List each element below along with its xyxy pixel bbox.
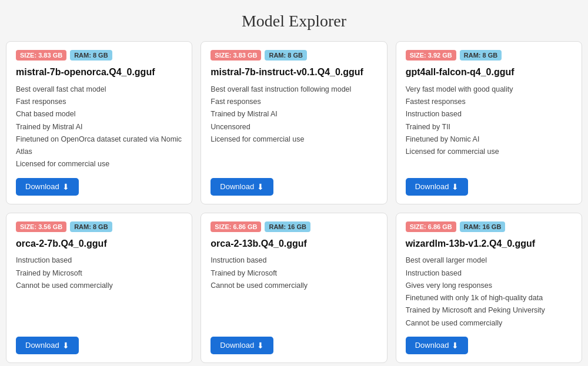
model-description: Very fast model with good qualityFastest… <box>406 83 572 171</box>
model-description: Best overall larger modelInstruction bas… <box>406 254 572 330</box>
download-button[interactable]: Download ⬇ <box>211 178 273 196</box>
model-name: mistral-7b-openorca.Q4_0.gguf <box>16 66 182 79</box>
download-button[interactable]: Download ⬇ <box>16 178 79 196</box>
ram-badge: RAM: 8 GB <box>70 50 112 61</box>
model-name: gpt4all-falcon-q4_0.gguf <box>406 66 572 79</box>
ram-badge: RAM: 8 GB <box>70 221 112 232</box>
page-title: Model Explorer <box>6 12 582 31</box>
model-card: SIZE: 6.86 GBRAM: 16 GBwizardlm-13b-v1.2… <box>396 213 582 363</box>
ram-badge: RAM: 16 GB <box>460 221 506 232</box>
model-description: Instruction basedTrained by MicrosoftCan… <box>211 254 377 330</box>
model-description: Best overall fast chat modelFast respons… <box>16 83 182 171</box>
model-description: Best overall fast instruction following … <box>211 83 377 171</box>
model-card: SIZE: 3.92 GBRAM: 8 GBgpt4all-falcon-q4_… <box>396 41 582 204</box>
model-name: mistral-7b-instruct-v0.1.Q4_0.gguf <box>211 66 377 79</box>
badge-group: SIZE: 3.92 GBRAM: 8 GB <box>406 50 572 61</box>
size-badge: SIZE: 3.83 GB <box>211 50 261 61</box>
model-name: wizardlm-13b-v1.2.Q4_0.gguf <box>406 238 572 250</box>
size-badge: SIZE: 6.86 GB <box>211 221 261 232</box>
badge-group: SIZE: 6.86 GBRAM: 16 GB <box>211 221 377 232</box>
model-card: SIZE: 3.83 GBRAM: 8 GBmistral-7b-openorc… <box>6 41 192 204</box>
badge-group: SIZE: 3.83 GBRAM: 8 GB <box>211 50 377 61</box>
model-name: orca-2-13b.Q4_0.gguf <box>211 238 377 250</box>
badge-group: SIZE: 3.56 GBRAM: 8 GB <box>16 221 182 232</box>
model-card: SIZE: 6.86 GBRAM: 16 GBorca-2-13b.Q4_0.g… <box>201 213 387 363</box>
download-button[interactable]: Download ⬇ <box>211 337 273 354</box>
ram-badge: RAM: 8 GB <box>460 50 502 61</box>
size-badge: SIZE: 3.92 GB <box>406 50 456 61</box>
model-grid: SIZE: 3.83 GBRAM: 8 GBmistral-7b-openorc… <box>6 41 582 366</box>
size-badge: SIZE: 6.86 GB <box>406 221 456 232</box>
model-name: orca-2-7b.Q4_0.gguf <box>16 238 182 250</box>
size-badge: SIZE: 3.56 GB <box>16 221 66 232</box>
badge-group: SIZE: 6.86 GBRAM: 16 GB <box>406 221 572 232</box>
model-description: Instruction basedTrained by MicrosoftCan… <box>16 254 182 330</box>
download-button[interactable]: Download ⬇ <box>406 178 469 196</box>
model-card: SIZE: 3.56 GBRAM: 8 GBorca-2-7b.Q4_0.ggu… <box>6 213 192 363</box>
badge-group: SIZE: 3.83 GBRAM: 8 GB <box>16 50 182 61</box>
download-button[interactable]: Download ⬇ <box>16 337 79 354</box>
model-card: SIZE: 3.83 GBRAM: 8 GBmistral-7b-instruc… <box>201 41 387 204</box>
download-button[interactable]: Download ⬇ <box>406 337 469 354</box>
size-badge: SIZE: 3.83 GB <box>16 50 66 61</box>
ram-badge: RAM: 16 GB <box>265 221 310 232</box>
ram-badge: RAM: 8 GB <box>265 50 306 61</box>
